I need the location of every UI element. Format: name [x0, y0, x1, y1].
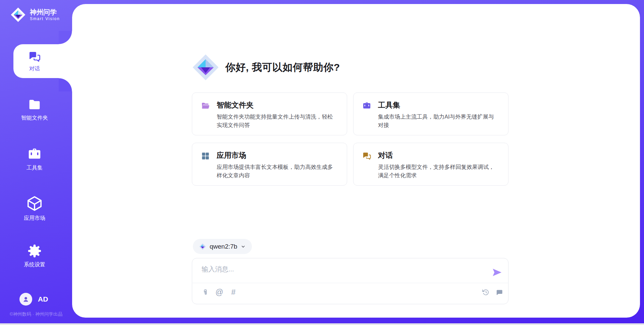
sidebar-item-label: 智能文件夹 [21, 115, 48, 122]
greeting: 你好, 我可以如何帮助你? [191, 53, 340, 82]
composer-toolbar-right [481, 288, 503, 297]
card-title: 对话 [378, 151, 499, 160]
chevron-down-icon [240, 244, 246, 249]
chat-mode-button[interactable] [495, 288, 503, 297]
grid-icon [201, 151, 210, 160]
brand-gem-icon [10, 7, 26, 23]
active-tab-fillet-bottom [59, 78, 72, 91]
sidebar-item-label: 工具集 [26, 165, 43, 172]
app-logo: 神州问学 Smart Vision [10, 7, 60, 23]
sidebar-item-chat[interactable]: 对话 [0, 44, 69, 78]
sidebar-item-toolset[interactable]: 工具集 [0, 147, 69, 172]
toolbox-icon [27, 147, 42, 161]
paperclip-icon [202, 288, 209, 296]
chat-icon [362, 151, 371, 160]
sidebar-item-label: 对话 [29, 65, 40, 72]
send-button[interactable] [491, 267, 503, 278]
chat-bubble-icon [495, 288, 503, 296]
user-profile[interactable]: AD [19, 293, 48, 306]
active-tab-fillet-top [59, 31, 72, 44]
person-icon [22, 295, 30, 303]
card-body: 对话 灵活切换多模型文件，支持多样回复效果调试，满足个性化需求 [378, 151, 499, 185]
open-folder-icon [201, 101, 210, 110]
model-name: qwen2:7b [210, 243, 237, 250]
user-name: AD [38, 295, 48, 303]
greeting-text: 你好, 我可以如何帮助你? [225, 61, 340, 74]
avatar [19, 293, 32, 306]
card-description: 智能文件夹功能支持批量文件上传与清洗，轻松实现文件问答 [217, 113, 338, 129]
card-body: 应用市场 应用市场提供丰富长文本模板，助力高效生成多样化文章内容 [217, 151, 338, 185]
gear-icon [27, 244, 42, 258]
composer-divider [193, 283, 508, 283]
history-icon [482, 288, 490, 296]
copyright-text: ©神州数码 · 神州问学出品 [0, 311, 72, 317]
sidebar-item-smart-folder[interactable]: 智能文件夹 [0, 97, 69, 122]
feature-cards: 智能文件夹 智能文件夹功能支持批量文件上传与清洗，轻松实现文件问答 工具集 集成… [192, 92, 508, 186]
card-title: 应用市场 [217, 151, 338, 160]
cube-icon [26, 195, 43, 212]
card-body: 工具集 集成市场上主流工具，助力AI与外界无缝扩展与对接 [378, 101, 499, 135]
brand-text: 神州问学 Smart Vision [30, 8, 60, 21]
brand-name: 神州问学 [30, 8, 60, 16]
main-panel: 你好, 我可以如何帮助你? 智能文件夹 智能文件夹功能支持批量文件上传与清洗，轻… [72, 4, 640, 318]
feature-card-toolset[interactable]: 工具集 集成市场上主流工具，助力AI与外界无缝扩展与对接 [353, 92, 508, 135]
card-title: 工具集 [378, 101, 499, 110]
feature-card-app-market[interactable]: 应用市场 应用市场提供丰富长文本模板，助力高效生成多样化文章内容 [192, 143, 347, 186]
sidebar-item-settings[interactable]: 系统设置 [0, 244, 69, 268]
app-window: 你好, 我可以如何帮助你? 智能文件夹 智能文件夹功能支持批量文件上传与清洗，轻… [0, 0, 644, 325]
card-body: 智能文件夹 智能文件夹功能支持批量文件上传与清洗，轻松实现文件问答 [217, 101, 338, 135]
sidebar-item-app-market[interactable]: 应用市场 [0, 195, 69, 222]
composer-toolbar-left: @ # [201, 288, 238, 297]
send-icon [491, 267, 503, 278]
card-description: 应用市场提供丰富长文本模板，助力高效生成多样化文章内容 [217, 163, 338, 180]
sidebar-item-label: 系统设置 [24, 261, 45, 268]
history-button[interactable] [481, 288, 490, 297]
card-title: 智能文件夹 [217, 101, 338, 110]
card-description: 集成市场上主流工具，助力AI与外界无缝扩展与对接 [378, 113, 499, 129]
composer: @ # [192, 258, 508, 304]
at-icon: @ [215, 288, 223, 296]
feature-card-chat[interactable]: 对话 灵活切换多模型文件，支持多样回复效果调试，满足个性化需求 [353, 143, 508, 186]
feature-card-smart-folder[interactable]: 智能文件夹 智能文件夹功能支持批量文件上传与清洗，轻松实现文件问答 [192, 92, 347, 135]
attach-button[interactable] [201, 288, 210, 297]
folder-icon [28, 97, 42, 112]
window-bottom-edge [0, 323, 644, 325]
sidebar-item-label: 应用市场 [24, 215, 45, 222]
topic-button[interactable]: # [229, 288, 238, 297]
toolbox-icon [362, 101, 371, 110]
hash-icon: # [231, 288, 236, 296]
model-selector[interactable]: qwen2:7b [193, 239, 252, 254]
card-description: 灵活切换多模型文件，支持多样回复效果调试，满足个性化需求 [378, 163, 499, 180]
brand-gem-icon [191, 53, 220, 82]
message-input[interactable] [201, 264, 484, 281]
brand-subtitle: Smart Vision [30, 16, 60, 21]
chat-icon [28, 50, 41, 63]
model-gem-icon [199, 243, 206, 250]
mention-button[interactable]: @ [215, 288, 224, 297]
